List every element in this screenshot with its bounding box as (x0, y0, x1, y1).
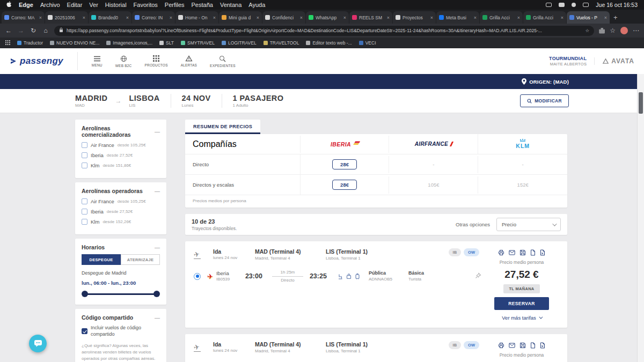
bookmark-folder[interactable]: Imagenes,iconos,... (106, 40, 152, 46)
collapse-icon[interactable] (155, 188, 160, 194)
tab-close-icon[interactable] (213, 15, 216, 20)
menubar-item-pestana[interactable]: Pestaña (192, 2, 213, 8)
bookmark-item[interactable]: Traductor (17, 40, 43, 46)
more-fares-link[interactable]: Ver más tarifas (502, 315, 541, 321)
airline-filter-row[interactable]: Iberiadesde 27,52€ (82, 209, 160, 215)
browser-tab[interactable]: WhatsApp (306, 11, 349, 24)
checkbox-icon[interactable] (82, 142, 87, 148)
nav-web-b2c[interactable]: WEB B2C (115, 55, 132, 68)
codeshare-checkbox-row[interactable]: Incluir vuelos de código compartido (82, 325, 160, 337)
email-icon[interactable] (509, 343, 515, 348)
tab-resumen-precios[interactable]: RESUMEN DE PRECIOS (185, 120, 260, 134)
bookmark-item[interactable]: VECI (359, 40, 376, 46)
tab-close-icon[interactable] (257, 15, 259, 20)
apps-grid-icon[interactable] (5, 40, 10, 46)
checkbox-icon[interactable] (82, 152, 87, 158)
browser-tab[interactable]: Correo: MA (2, 11, 45, 24)
tab-close-icon[interactable] (126, 15, 129, 20)
bookmark-item[interactable]: SLT (159, 40, 174, 46)
display-status-icon[interactable] (546, 3, 552, 7)
email-icon[interactable] (509, 250, 515, 255)
menubar-app-name[interactable]: Edge (19, 2, 33, 8)
collapse-icon[interactable] (155, 315, 160, 321)
profile-avatar[interactable] (620, 27, 628, 34)
airline-filter-row[interactable]: Air Francedesde 105,25€ (82, 198, 160, 204)
bookmark-item[interactable]: TRAVELTOOL (264, 40, 299, 46)
menubar-item-ayuda[interactable]: Ayuda (248, 2, 265, 8)
page-scrollbar[interactable] (637, 74, 644, 362)
collapse-icon[interactable] (155, 245, 160, 250)
checkbox-checked-icon[interactable] (82, 328, 87, 334)
browser-tab[interactable]: Meta Busi (436, 11, 479, 24)
airline-filter-row[interactable]: Klmdesde 151,86€ (82, 162, 160, 168)
tab-close-icon[interactable] (561, 15, 564, 20)
menubar-clock[interactable]: Jue 16 oct 16:53 (596, 2, 638, 8)
control-center-icon[interactable] (583, 3, 589, 7)
time-range-slider[interactable] (83, 291, 159, 297)
modify-button[interactable]: MODIFICAR (520, 94, 569, 107)
iberia-all-price-button[interactable]: 28€ (332, 180, 357, 190)
tab-close-icon[interactable] (170, 15, 172, 20)
collapse-icon[interactable] (155, 129, 160, 135)
save-icon[interactable] (519, 342, 526, 349)
browser-tab[interactable]: 20251006 (45, 11, 88, 24)
scrollbar-thumb[interactable] (639, 92, 643, 114)
browser-tab[interactable]: Grilla Acci (523, 11, 566, 24)
save-icon[interactable] (519, 249, 526, 256)
back-button[interactable] (5, 27, 12, 34)
excel-file-icon[interactable] (540, 342, 545, 349)
bookmark-item[interactable]: Editor texto web -... (306, 40, 352, 46)
reload-button[interactable] (30, 27, 37, 34)
nav-alertas[interactable]: ALERTAS (181, 55, 197, 67)
passengy-logo[interactable]: passengy (10, 56, 63, 67)
bookmark-folder[interactable]: NUEVO ENVIO NE... (50, 40, 99, 46)
airline-filter-row[interactable]: Iberiadesde 27,52€ (82, 152, 160, 158)
airline-filter-row[interactable]: Air Francedesde 105,25€ (82, 142, 160, 148)
bookmark-star-icon[interactable] (586, 28, 590, 33)
print-icon[interactable] (498, 249, 504, 256)
browser-tab[interactable]: Proyectos (393, 11, 436, 24)
tab-close-icon[interactable] (300, 15, 303, 20)
pdf-file-icon[interactable] (530, 342, 536, 349)
menubar-item-historial[interactable]: Historial (105, 2, 127, 8)
tab-close-icon[interactable] (39, 15, 42, 20)
tab-close-icon[interactable] (430, 15, 433, 20)
browser-tab[interactable]: Mini guia d (219, 11, 262, 24)
menubar-item-ver[interactable]: Ver (89, 2, 98, 8)
checkbox-icon[interactable] (82, 209, 87, 215)
favorites-icon[interactable] (610, 27, 616, 34)
nav-menu[interactable]: MENU (92, 56, 103, 67)
airline-filter-row[interactable]: Klmdesde 152,26€ (82, 219, 160, 225)
menubar-item-editar[interactable]: Editar (67, 2, 83, 8)
slider-handle-left[interactable] (82, 291, 88, 297)
browser-tab[interactable]: REELS SM (349, 11, 392, 24)
aterrizaje-tab[interactable]: ATERRIZAJE (121, 254, 160, 265)
browser-tab[interactable]: Home - On (175, 11, 218, 24)
browser-menu-icon[interactable] (633, 27, 639, 34)
new-tab-button[interactable] (613, 13, 618, 21)
tab-close-icon[interactable] (343, 15, 346, 20)
address-bar[interactable]: https://app.passengy.com/transportstrxba… (54, 26, 594, 36)
iberia-direct-price-button[interactable]: 28€ (332, 159, 357, 169)
flight-radio[interactable] (194, 273, 201, 280)
apple-icon[interactable] (6, 1, 12, 9)
tab-close-icon[interactable] (604, 15, 607, 20)
browser-tab-active[interactable]: Vuelos - P (567, 11, 610, 24)
menubar-item-archivo[interactable]: Archivo (40, 2, 60, 8)
origin-label[interactable]: ORIGEN: (MAD) (529, 79, 569, 85)
browser-tab[interactable]: Correo: IN (132, 11, 175, 24)
sort-select[interactable]: Precio (496, 218, 561, 231)
menubar-item-ventana[interactable]: Ventana (220, 2, 241, 8)
menubar-item-perfiles[interactable]: Perfiles (165, 2, 185, 8)
reserve-button[interactable]: RESERVAR (494, 297, 549, 310)
print-icon[interactable] (498, 342, 504, 349)
tab-close-icon[interactable] (474, 15, 477, 20)
checkbox-icon[interactable] (82, 198, 87, 204)
excel-file-icon[interactable] (540, 249, 545, 256)
nav-expedientes[interactable]: EXPEDIENTES (210, 55, 236, 68)
browser-tab[interactable]: Branded0 (89, 11, 131, 24)
nav-productos[interactable]: PRODUCTOS (144, 55, 167, 67)
pin-icon[interactable] (475, 271, 481, 281)
despegue-tab[interactable]: DESPEGUE (82, 254, 121, 265)
checkbox-icon[interactable] (82, 219, 87, 225)
